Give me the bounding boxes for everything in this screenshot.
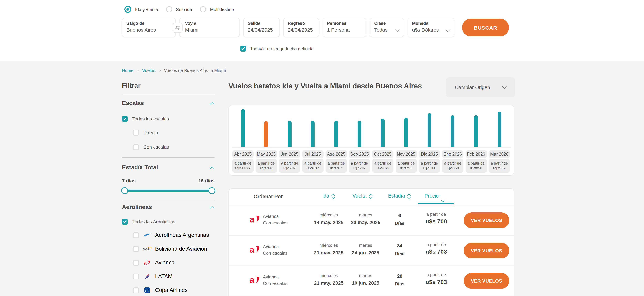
all-stops-checkbox-row[interactable]: Todas las escalas — [122, 116, 215, 122]
checkbox[interactable] — [133, 232, 139, 238]
chart-month-label-sep-2025[interactable]: Sep 2025 — [349, 150, 370, 158]
trip-type-label: Ida y vuelta — [135, 7, 158, 12]
sort-option-estadia[interactable]: Estadía — [388, 193, 411, 199]
chart-month-label-nov-2025[interactable]: Nov 2025 — [396, 150, 417, 158]
chart-price-label-abr-2025[interactable]: a partir deu$s1.027 — [232, 159, 254, 173]
sort-option-ida[interactable]: Ida — [322, 193, 335, 199]
result-row-2[interactable]: aAviancaCon escalasmiércoles21 may. 2025… — [229, 236, 514, 266]
stops-section-header[interactable]: Escalas — [122, 100, 215, 107]
stay-section-header[interactable]: Estadía Total — [122, 164, 215, 171]
checkbox[interactable] — [133, 287, 139, 293]
breadcrumb-home[interactable]: Home — [122, 68, 134, 73]
chart-price-label-dic-2025[interactable]: a partir deu$s911 — [419, 159, 440, 173]
chart-price-label-oct-2025[interactable]: a partir deu$s765 — [372, 159, 394, 173]
airline-option-boliviana-de-aviacion[interactable]: BoABoliviana de Aviación — [133, 245, 215, 252]
chart-price-label-mar-2026[interactable]: a partir deu$s957 — [488, 159, 510, 173]
chart-month-label-jun-2025[interactable]: Jun 2025 — [279, 150, 300, 158]
chevron-up-icon[interactable] — [210, 100, 215, 106]
chart-bar-mar-2026[interactable] — [498, 111, 501, 147]
chart-bar-sep-2025[interactable] — [358, 121, 362, 147]
airlines-section-header[interactable]: Aerolíneas — [122, 204, 215, 211]
chart-price-label-feb-2026[interactable]: a partir deu$s856 — [465, 159, 487, 173]
sort-option-vuelta[interactable]: Vuelta — [352, 193, 372, 199]
destination-field[interactable]: Voy a Miami — [179, 18, 240, 37]
trip-type-multidestino[interactable]: Multidestino — [200, 6, 234, 12]
stay-range-slider[interactable] — [122, 187, 215, 194]
checkbox[interactable] — [133, 274, 139, 279]
ver-vuelos-button[interactable]: VER VUELOS — [464, 212, 509, 228]
return-cell: martes24 jun. 2025 — [342, 243, 390, 255]
result-row-1[interactable]: aAviancaCon escalasmiércoles14 may. 2025… — [229, 206, 514, 236]
chart-bar-dic-2025[interactable] — [428, 113, 431, 147]
chart-price-label-may-2025[interactable]: a partir deu$s700 — [256, 159, 277, 173]
chart-bar-ene-2026[interactable] — [451, 115, 455, 147]
airline-option-copa-airlines[interactable]: Copa Airlines — [133, 287, 215, 294]
chart-price-label-sep-2025[interactable]: a partir deu$s707 — [349, 159, 370, 173]
chart-price-label-jun-2025[interactable]: a partir deu$s707 — [279, 159, 300, 173]
chart-month-label-abr-2025[interactable]: Abr 2025 — [232, 150, 254, 158]
return-cell: martes20 may. 2025 — [342, 213, 390, 225]
chart-price-label-nov-2025[interactable]: a partir deu$s792 — [396, 159, 417, 173]
chevron-up-icon[interactable] — [210, 165, 215, 171]
chevron-up-icon[interactable] — [210, 204, 215, 210]
chart-bar-jul-2025[interactable] — [311, 121, 315, 147]
airline-options: Aerolíneas ArgentinasBoABoliviana de Avi… — [122, 232, 215, 294]
chart-month-label-dic-2025[interactable]: Dic 2025 — [419, 150, 440, 158]
chart-bar-may-2025[interactable] — [264, 121, 268, 147]
stops-option-con-escalas[interactable]: Con escalas — [133, 144, 215, 150]
people-field[interactable]: Personas 1 Persona — [322, 18, 366, 37]
slider-track[interactable] — [123, 190, 214, 192]
sort-option-precio[interactable]: Precio — [424, 193, 444, 203]
price-value: u$s957 — [488, 166, 510, 170]
chart-bar-feb-2026[interactable] — [474, 115, 478, 147]
chart-bar-nov-2025[interactable] — [404, 118, 408, 147]
ver-vuelos-button[interactable]: VER VUELOS — [464, 243, 509, 259]
result-row-3[interactable]: aAviancaCon escalasmiércoles21 may. 2025… — [229, 266, 514, 296]
currency-select[interactable]: Moneda u$s Dólares — [408, 18, 454, 37]
chart-month-label-ene-2026[interactable]: Ene 2026 — [442, 150, 464, 158]
trip-type-solo-ida[interactable]: Solo ida — [166, 6, 192, 12]
chart-month-label-mar-2026[interactable]: Mar 2026 — [488, 150, 510, 158]
airline-option-avianca[interactable]: aAvianca — [133, 259, 215, 266]
change-origin-button[interactable]: Cambiar Origen — [446, 77, 515, 97]
chart-bar-abr-2025[interactable] — [241, 109, 245, 147]
checkbox[interactable] — [133, 260, 139, 266]
checkbox[interactable] — [133, 246, 139, 252]
chart-price-label-ene-2026[interactable]: a partir deu$s858 — [442, 159, 464, 173]
checkbox[interactable] — [133, 130, 139, 136]
trip-type-ida-y-vuelta[interactable]: Ida y vuelta — [124, 6, 158, 13]
departure-date-field[interactable]: Salida 24/04/2025 — [243, 18, 280, 37]
radio-selected-icon[interactable] — [124, 6, 131, 13]
chart-month-label-jul-2025[interactable]: Jul 2025 — [302, 150, 324, 158]
stops-option-directo[interactable]: Directo — [133, 130, 215, 136]
all-stops-checkbox[interactable] — [122, 116, 128, 122]
return-date-field[interactable]: Regreso 24/04/2025 — [283, 18, 319, 37]
chart-bar-ago-2025[interactable] — [334, 121, 338, 147]
svg-text:BoA: BoA — [142, 247, 150, 251]
airline-option-latam[interactable]: LATAM — [133, 273, 215, 280]
no-date-checkbox[interactable] — [240, 46, 246, 52]
chart-price-label-jul-2025[interactable]: a partir deu$s707 — [302, 159, 324, 173]
radio-icon[interactable] — [166, 6, 172, 12]
airline-option-aerolineas-argentinas[interactable]: Aerolíneas Argentinas — [133, 232, 215, 239]
chart-month-label-feb-2026[interactable]: Feb 2026 — [465, 150, 487, 158]
search-button[interactable]: BUSCAR — [462, 18, 509, 36]
origin-field[interactable]: Salgo de Buenos Aires — [122, 18, 176, 37]
slider-handle-max[interactable] — [208, 187, 215, 194]
breadcrumb-vuelos[interactable]: Vuelos — [142, 68, 155, 73]
stops-text: Con escalas — [263, 250, 288, 257]
slider-handle-min[interactable] — [121, 187, 128, 194]
chart-bar-oct-2025[interactable] — [381, 119, 385, 147]
chart-month-label-may-2025[interactable]: May 2025 — [256, 150, 277, 158]
checkbox[interactable] — [133, 144, 139, 150]
all-airlines-checkbox-row[interactable]: Todas las Aerolíneas — [122, 219, 215, 225]
class-select[interactable]: Clase Todas — [370, 18, 404, 37]
chart-month-label-ago-2025[interactable]: Ago 2025 — [326, 150, 347, 158]
swap-origin-destination-button[interactable] — [173, 23, 182, 33]
all-airlines-checkbox[interactable] — [122, 219, 128, 225]
radio-icon[interactable] — [200, 6, 206, 12]
chart-month-label-oct-2025[interactable]: Oct 2025 — [372, 150, 394, 158]
chart-bar-jun-2025[interactable] — [288, 121, 292, 147]
chart-price-label-ago-2025[interactable]: a partir deu$s707 — [326, 159, 347, 173]
ver-vuelos-button[interactable]: VER VUELOS — [464, 273, 509, 289]
